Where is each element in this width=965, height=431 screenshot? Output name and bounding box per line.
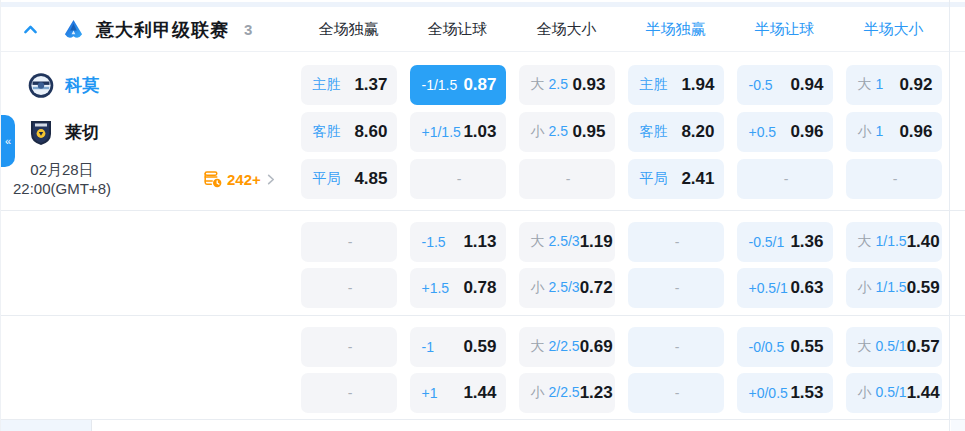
- home-team-name: 科莫: [65, 74, 99, 97]
- odds-value: 1.13: [463, 232, 496, 252]
- odds-cell[interactable]: 小0.5/11.44: [846, 373, 942, 413]
- empty-dash: -: [457, 171, 462, 187]
- odds-value: 1.19: [580, 232, 613, 252]
- odds-value: 0.94: [790, 75, 823, 95]
- odds-cell-empty: -: [628, 373, 724, 413]
- odds-label: 小2.5/3: [531, 279, 580, 297]
- odds-table-widget: 意大利甲级联赛 3 全场独赢 全场让球 全场大小 半场独赢 半场让球 半场大小 …: [0, 0, 965, 431]
- odds-track: 平局2.41: [621, 159, 730, 199]
- odds-cell[interactable]: 大2.5/31.19: [519, 222, 615, 262]
- odds-cell[interactable]: +0.5/10.63: [737, 268, 833, 308]
- collapse-chevron-up-icon[interactable]: [22, 21, 39, 38]
- odds-cell[interactable]: -10.59: [410, 327, 506, 367]
- odds-track: 主胜1.94: [621, 65, 730, 105]
- odds-cell[interactable]: 客胜8.20: [628, 112, 724, 152]
- odds-cell[interactable]: +1/1.51.03: [410, 112, 506, 152]
- odds-prefix: 大: [858, 233, 872, 251]
- section-divider: [1, 315, 965, 316]
- odds-value: 8.20: [681, 122, 714, 142]
- odds-section-2: --1.51.13大2.5/31.19--0.5/11.36大1/1.51.40…: [294, 222, 948, 308]
- odds-cell[interactable]: 主胜1.94: [628, 65, 724, 105]
- odds-value: 1.37: [354, 75, 387, 95]
- odds-track: 客胜8.60: [294, 112, 403, 152]
- odds-cell[interactable]: 大1/1.51.40: [846, 222, 942, 262]
- panel-right-divider: [949, 0, 950, 431]
- odds-value: 0.55: [790, 337, 823, 357]
- odds-prefix: 小: [858, 279, 872, 297]
- odds-track: 大10.92: [839, 65, 948, 105]
- odds-cell[interactable]: 平局2.41: [628, 159, 724, 199]
- more-markets-link[interactable]: 242+: [204, 159, 276, 199]
- odds-line: +0.5/1: [749, 280, 788, 296]
- empty-dash: -: [675, 234, 680, 250]
- odds-prefix: 小: [531, 279, 545, 297]
- odds-label: 小1/1.5: [858, 279, 907, 297]
- odds-cell[interactable]: -0/0.50.55: [737, 327, 833, 367]
- odds-track: -1.51.13: [403, 222, 512, 262]
- odds-cell-empty: -: [519, 159, 615, 199]
- odds-section-3: --10.59大2/2.50.69--0/0.50.55大0.5/10.57-+…: [294, 327, 948, 413]
- match-row: 科莫 莱切 « 02月28日 22:00(GMT+8): [1, 52, 965, 431]
- odds-line: 主胜: [313, 76, 341, 94]
- odds-value: 0.63: [790, 278, 823, 298]
- odds-track: 小1/1.50.59: [839, 268, 948, 308]
- odds-cell[interactable]: 客胜8.60: [301, 112, 397, 152]
- odds-cell[interactable]: 小10.96: [846, 112, 942, 152]
- empty-dash: -: [348, 280, 353, 296]
- odds-track: -: [621, 268, 730, 308]
- odds-label: -0/0.5: [749, 339, 785, 355]
- odds-cell[interactable]: -0.5/11.36: [737, 222, 833, 262]
- odds-track: +1/1.51.03: [403, 112, 512, 152]
- odds-value: 0.96: [899, 122, 932, 142]
- odds-label: 平局: [313, 170, 341, 188]
- odds-value: 1.44: [463, 383, 496, 403]
- odds-track: -: [294, 327, 403, 367]
- odds-value: 1.53: [790, 383, 823, 403]
- odds-cell[interactable]: 小2.50.95: [519, 112, 615, 152]
- odds-label: 大2.5/3: [531, 233, 580, 251]
- league-header: 意大利甲级联赛 3 全场独赢 全场让球 全场大小 半场独赢 半场让球 半场大小: [1, 8, 965, 52]
- odds-label: 客胜: [313, 123, 341, 141]
- odds-cell[interactable]: 大2/2.50.69: [519, 327, 615, 367]
- odds-track: 小2.5/30.72: [512, 268, 621, 308]
- odds-track: -: [621, 327, 730, 367]
- odds-track: +0.50.96: [730, 112, 839, 152]
- home-team-logo-icon: [28, 72, 54, 99]
- odds-cell[interactable]: 主胜1.37: [301, 65, 397, 105]
- odds-track: -: [294, 373, 403, 413]
- odds-cell[interactable]: -1/1.50.87: [410, 65, 506, 105]
- away-team[interactable]: 莱切: [28, 112, 99, 152]
- odds-cell[interactable]: +0.50.96: [737, 112, 833, 152]
- odds-cell[interactable]: +11.44: [410, 373, 506, 413]
- odds-cell[interactable]: 平局4.85: [301, 159, 397, 199]
- odds-line: -0.5: [749, 77, 773, 93]
- odds-value: 8.60: [354, 122, 387, 142]
- odds-cell[interactable]: 小1/1.50.59: [846, 268, 942, 308]
- odds-track: -0.50.94: [730, 65, 839, 105]
- odds-value: 0.93: [572, 75, 605, 95]
- empty-dash: -: [675, 339, 680, 355]
- odds-cell[interactable]: -1.51.13: [410, 222, 506, 262]
- odds-cell[interactable]: 大10.92: [846, 65, 942, 105]
- odds-cell[interactable]: -0.50.94: [737, 65, 833, 105]
- odds-cell[interactable]: 大0.5/10.57: [846, 327, 942, 367]
- odds-value: 0.92: [899, 75, 932, 95]
- odds-track: -: [839, 159, 948, 199]
- odds-cell[interactable]: +0/0.51.53: [737, 373, 833, 413]
- odds-line: 1: [876, 123, 884, 139]
- home-team[interactable]: 科莫: [28, 65, 99, 105]
- odds-track: 小10.96: [839, 112, 948, 152]
- odds-line: 平局: [313, 170, 341, 188]
- empty-dash: -: [348, 385, 353, 401]
- odds-cell-empty: -: [628, 327, 724, 367]
- odds-label: -0.5/1: [749, 234, 785, 250]
- odds-line: +1/1.5: [422, 124, 461, 140]
- odds-cell[interactable]: 大2.50.93: [519, 65, 615, 105]
- odds-value: 1.40: [907, 232, 940, 252]
- odds-value: 1.03: [463, 122, 496, 142]
- odds-line: 2/2.5: [549, 384, 580, 400]
- odds-cell[interactable]: +1.50.78: [410, 268, 506, 308]
- odds-cell[interactable]: 小2/2.51.23: [519, 373, 615, 413]
- odds-cell[interactable]: 小2.5/30.72: [519, 268, 615, 308]
- odds-track: -0/0.50.55: [730, 327, 839, 367]
